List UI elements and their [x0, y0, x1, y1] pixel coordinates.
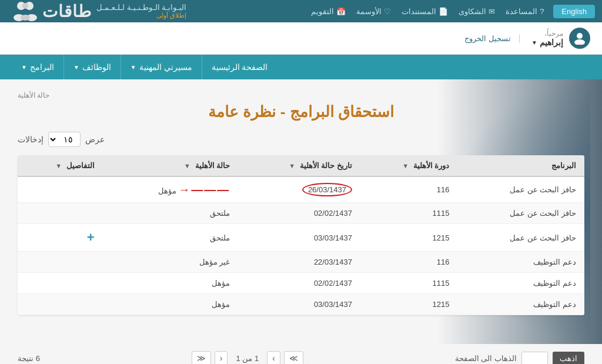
chevron-down-icon: ▼: [131, 64, 136, 71]
welcome-text: مرحباً،: [531, 29, 563, 38]
cell-details: [18, 176, 103, 203]
goto-input[interactable]: [521, 352, 548, 365]
filter-icon: ▼: [402, 162, 409, 169]
page-title: استحقاق البرامج - نظرة عامة: [18, 103, 584, 121]
pagination-controls: ≫ › 1 من 1 ‹ ≪: [192, 351, 303, 364]
display-select[interactable]: ١٥ ٢٥ ٥٠: [48, 132, 81, 147]
col-status[interactable]: حالة الأهلية ▼: [103, 155, 239, 176]
filter-icon: ▼: [55, 162, 62, 169]
cell-status: غير مؤهل: [103, 252, 239, 273]
col-program: البرنامج: [457, 155, 584, 176]
badges-nav-item[interactable]: ♡ الأوسمة: [356, 7, 391, 16]
first-page-btn[interactable]: ≪: [192, 351, 211, 364]
cell-status: مؤهل: [103, 294, 239, 315]
main-nav: الصفحة الرئيسية مسيرتي المهنية ▼ الوظائف…: [0, 55, 602, 79]
help-icon: ?: [540, 7, 544, 16]
goto-button[interactable]: اذهب: [553, 352, 584, 365]
user-name[interactable]: إبراهيم ▼: [531, 38, 563, 47]
add-icon[interactable]: +: [87, 230, 95, 245]
user-avatar: [569, 28, 590, 49]
cell-cycle: 1215: [360, 294, 458, 315]
nav-home[interactable]: الصفحة الرئيسية: [202, 55, 277, 79]
next-page-btn[interactable]: ›: [267, 351, 280, 364]
arrow-indicator: ———→: [178, 183, 230, 196]
table-row: دعم التوظيف11622/03/1437غير مؤهل: [18, 252, 584, 273]
content-wrapper: حالة الأهلية استحقاق البرامج - نظرة عامة…: [0, 79, 602, 344]
cell-status: ملتحق: [103, 203, 239, 224]
logo-icon: [13, 0, 38, 22]
cell-program: حافز البحث عن عمل: [457, 224, 584, 252]
top-bar-left: English ? المساعدة ✉ الشكاوى 📄 المستندات…: [311, 5, 595, 18]
badges-icon: ♡: [384, 7, 391, 16]
svg-point-6: [577, 33, 583, 39]
cell-date: 02/02/1437: [238, 273, 360, 294]
cell-details: [18, 252, 103, 273]
cell-date: 03/03/1437: [238, 294, 360, 315]
col-cycle[interactable]: دورة الأهلية ▼: [360, 155, 458, 176]
cell-status: مؤهل: [103, 273, 239, 294]
svg-point-5: [21, 15, 30, 21]
entries-label: إدخالات: [18, 135, 44, 144]
cell-cycle: 1115: [360, 203, 458, 224]
nav-career[interactable]: مسيرتي المهنية ▼: [121, 55, 202, 79]
cell-program: دعم التوظيف: [457, 294, 584, 315]
page-info: 1 من 1: [231, 354, 263, 363]
cell-date: 02/02/1437: [238, 203, 360, 224]
logo-name: طاقات: [42, 2, 92, 21]
prev-page-btn[interactable]: ‹: [215, 351, 228, 364]
breadcrumb: حالة الأهلية: [18, 91, 584, 99]
logo-tagline: إطلاق أولى: [96, 12, 186, 19]
cell-date: 22/03/1437: [238, 252, 360, 273]
pagination-bar: 6 نتيجة ≫ › 1 من 1 ‹ ≪ اذهب الذهاب الى ا…: [0, 344, 602, 364]
goto-section: اذهب الذهاب الى الصفحة: [455, 352, 584, 365]
complaints-nav-item[interactable]: ✉ الشكاوى: [459, 7, 495, 16]
logout-link[interactable]: تسجيل الخروج: [464, 34, 520, 43]
cell-program: دعم التوظيف: [457, 273, 584, 294]
data-table-container: البرنامج دورة الأهلية ▼ تاريخ حالة الأهل…: [18, 155, 584, 315]
chevron-down-icon: ▼: [21, 64, 27, 71]
user-bar: تسجيل الخروج مرحباً، إبراهيم ▼: [0, 22, 602, 55]
english-button[interactable]: English: [553, 5, 595, 18]
cell-cycle: 1215: [360, 224, 458, 252]
svg-point-2: [22, 3, 28, 9]
cell-details[interactable]: +: [18, 224, 103, 252]
top-bar: English ? المساعدة ✉ الشكاوى 📄 المستندات…: [0, 0, 602, 22]
svg-point-7: [574, 39, 585, 45]
calendar-icon: 📅: [336, 7, 346, 16]
table-row: دعم التوظيف121503/03/1437مؤهل: [18, 294, 584, 315]
display-controls: إدخالات ١٥ ٢٥ ٥٠ عرض: [18, 132, 584, 147]
chevron-down-icon: ▼: [531, 39, 537, 46]
cell-cycle: 116: [360, 252, 458, 273]
cell-date: 03/03/1437: [238, 224, 360, 252]
cell-status: ———→ مؤهل: [103, 176, 239, 203]
cell-status: ملتحق: [103, 224, 239, 252]
results-count: 6 نتيجة: [18, 354, 40, 363]
help-nav-item[interactable]: ? المساعدة: [506, 7, 544, 16]
last-page-btn[interactable]: ≫: [284, 351, 303, 364]
content-inner: حالة الأهلية استحقاق البرامج - نظرة عامة…: [0, 79, 602, 327]
filter-icon: ▼: [184, 162, 190, 169]
cell-program: دعم التوظيف: [457, 252, 584, 273]
nav-programs[interactable]: البرامج ▼: [12, 55, 63, 79]
logo-area: البـوابـة الـوطـنـيـة لـلـعـمـل إطلاق أو…: [7, 0, 186, 22]
cell-program: حافز البحث عن عمل: [457, 176, 584, 203]
highlighted-date: 26/03/1437: [302, 183, 352, 196]
documents-nav-item[interactable]: 📄 المستندات: [402, 7, 448, 16]
table-row: حافز البحث عن عمل121503/03/1437ملتحق+: [18, 224, 584, 252]
user-name-section: مرحباً، إبراهيم ▼: [531, 29, 563, 47]
col-date[interactable]: تاريخ حالة الأهلية ▼: [238, 155, 360, 176]
nav-jobs[interactable]: الوظائف ▼: [63, 55, 121, 79]
table-row: حافز البحث عن عمل111502/02/1437ملتحق: [18, 203, 584, 224]
complaints-icon: ✉: [489, 7, 495, 16]
cell-details: [18, 294, 103, 315]
cell-cycle: 1115: [360, 273, 458, 294]
goto-label: الذهاب الى الصفحة: [455, 354, 517, 363]
cell-cycle: 116: [360, 176, 458, 203]
filter-icon: ▼: [289, 162, 295, 169]
calendar-nav-item[interactable]: 📅 التقويم: [311, 7, 346, 16]
table-row: دعم التوظيف111502/02/1437مؤهل: [18, 273, 584, 294]
logo-subtitle: البـوابـة الـوطـنـيـة لـلـعـمـل: [96, 3, 186, 12]
cell-program: حافز البحث عن عمل: [457, 203, 584, 224]
display-label: عرض: [85, 135, 105, 144]
col-details[interactable]: التفاصيل ▼: [18, 155, 103, 176]
